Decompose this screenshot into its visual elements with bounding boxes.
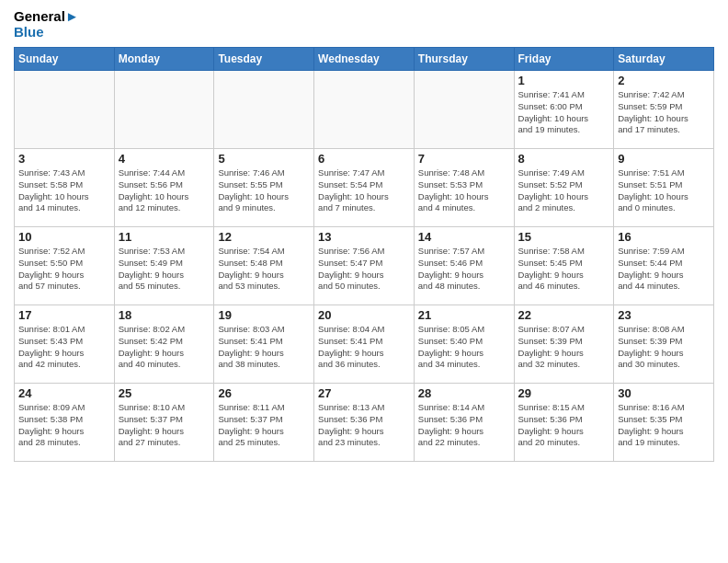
day-cell: 30Sunrise: 8:16 AM Sunset: 5:35 PM Dayli… — [614, 384, 714, 462]
day-cell: 26Sunrise: 8:11 AM Sunset: 5:37 PM Dayli… — [214, 384, 314, 462]
weekday-header-wednesday: Wednesday — [314, 48, 415, 71]
day-info: Sunrise: 7:52 AM Sunset: 5:50 PM Dayligh… — [18, 246, 110, 293]
day-number: 2 — [618, 74, 710, 87]
day-number: 25 — [119, 386, 210, 400]
day-cell: 8Sunrise: 7:49 AM Sunset: 5:52 PM Daylig… — [514, 149, 614, 227]
weekday-header-sunday: Sunday — [15, 48, 115, 71]
page: General► Blue SundayMondayTuesdayWednesd… — [0, 0, 728, 563]
day-cell: 11Sunrise: 7:53 AM Sunset: 5:49 PM Dayli… — [114, 227, 214, 305]
day-info: Sunrise: 8:05 AM Sunset: 5:40 PM Dayligh… — [418, 324, 510, 371]
day-info: Sunrise: 7:47 AM Sunset: 5:54 PM Dayligh… — [318, 167, 410, 214]
day-cell: 28Sunrise: 8:14 AM Sunset: 5:36 PM Dayli… — [414, 384, 514, 462]
day-number: 15 — [518, 230, 610, 244]
day-cell: 21Sunrise: 8:05 AM Sunset: 5:40 PM Dayli… — [414, 305, 514, 384]
day-cell: 9Sunrise: 7:51 AM Sunset: 5:51 PM Daylig… — [614, 149, 714, 227]
day-number: 28 — [418, 386, 510, 400]
day-cell: 20Sunrise: 8:04 AM Sunset: 5:41 PM Dayli… — [314, 305, 415, 384]
weekday-header-row: SundayMondayTuesdayWednesdayThursdayFrid… — [15, 48, 714, 71]
day-info: Sunrise: 8:03 AM Sunset: 5:41 PM Dayligh… — [218, 324, 310, 371]
day-cell: 24Sunrise: 8:09 AM Sunset: 5:38 PM Dayli… — [15, 384, 115, 462]
day-info: Sunrise: 7:53 AM Sunset: 5:49 PM Dayligh… — [119, 246, 210, 293]
day-number: 17 — [18, 308, 110, 322]
day-number: 14 — [418, 230, 510, 244]
week-row-2: 3Sunrise: 7:43 AM Sunset: 5:58 PM Daylig… — [15, 149, 714, 227]
day-info: Sunrise: 8:01 AM Sunset: 5:43 PM Dayligh… — [18, 324, 110, 371]
day-info: Sunrise: 7:54 AM Sunset: 5:48 PM Dayligh… — [218, 246, 310, 293]
weekday-header-thursday: Thursday — [414, 48, 514, 71]
day-cell: 14Sunrise: 7:57 AM Sunset: 5:46 PM Dayli… — [414, 227, 514, 305]
calendar-table: SundayMondayTuesdayWednesdayThursdayFrid… — [14, 47, 714, 462]
day-number: 22 — [518, 308, 610, 322]
day-cell: 15Sunrise: 7:58 AM Sunset: 5:45 PM Dayli… — [514, 227, 614, 305]
day-cell: 6Sunrise: 7:47 AM Sunset: 5:54 PM Daylig… — [314, 149, 415, 227]
day-number: 30 — [618, 386, 710, 400]
day-cell: 17Sunrise: 8:01 AM Sunset: 5:43 PM Dayli… — [15, 305, 115, 384]
day-cell: 4Sunrise: 7:44 AM Sunset: 5:56 PM Daylig… — [114, 149, 214, 227]
day-number: 26 — [218, 386, 310, 400]
day-number: 10 — [18, 230, 110, 244]
day-cell: 7Sunrise: 7:48 AM Sunset: 5:53 PM Daylig… — [414, 149, 514, 227]
day-cell — [214, 71, 314, 149]
day-number: 6 — [318, 152, 410, 166]
day-cell — [114, 71, 214, 149]
day-number: 7 — [418, 152, 510, 166]
week-row-3: 10Sunrise: 7:52 AM Sunset: 5:50 PM Dayli… — [15, 227, 714, 305]
week-row-4: 17Sunrise: 8:01 AM Sunset: 5:43 PM Dayli… — [15, 305, 714, 384]
logo-text: General► Blue — [14, 9, 79, 40]
day-info: Sunrise: 7:59 AM Sunset: 5:44 PM Dayligh… — [618, 246, 710, 293]
day-cell: 5Sunrise: 7:46 AM Sunset: 5:55 PM Daylig… — [214, 149, 314, 227]
week-row-1: 1Sunrise: 7:41 AM Sunset: 6:00 PM Daylig… — [15, 71, 714, 149]
day-info: Sunrise: 8:07 AM Sunset: 5:39 PM Dayligh… — [518, 324, 610, 371]
day-cell: 23Sunrise: 8:08 AM Sunset: 5:39 PM Dayli… — [614, 305, 714, 384]
day-number: 3 — [18, 152, 110, 166]
day-info: Sunrise: 7:41 AM Sunset: 6:00 PM Dayligh… — [518, 89, 610, 136]
day-number: 20 — [318, 308, 410, 322]
day-info: Sunrise: 8:02 AM Sunset: 5:42 PM Dayligh… — [119, 324, 210, 371]
day-info: Sunrise: 7:42 AM Sunset: 5:59 PM Dayligh… — [618, 89, 710, 136]
day-info: Sunrise: 7:49 AM Sunset: 5:52 PM Dayligh… — [518, 167, 610, 214]
day-info: Sunrise: 7:44 AM Sunset: 5:56 PM Dayligh… — [119, 167, 210, 214]
day-info: Sunrise: 8:09 AM Sunset: 5:38 PM Dayligh… — [18, 402, 110, 449]
day-info: Sunrise: 7:57 AM Sunset: 5:46 PM Dayligh… — [418, 246, 510, 293]
day-cell: 13Sunrise: 7:56 AM Sunset: 5:47 PM Dayli… — [314, 227, 415, 305]
day-cell: 29Sunrise: 8:15 AM Sunset: 5:36 PM Dayli… — [514, 384, 614, 462]
day-number: 9 — [618, 152, 710, 166]
day-number: 8 — [518, 152, 610, 166]
day-number: 11 — [119, 230, 210, 244]
day-info: Sunrise: 8:16 AM Sunset: 5:35 PM Dayligh… — [618, 402, 710, 449]
day-cell: 12Sunrise: 7:54 AM Sunset: 5:48 PM Dayli… — [214, 227, 314, 305]
day-number: 24 — [18, 386, 110, 400]
day-info: Sunrise: 8:13 AM Sunset: 5:36 PM Dayligh… — [318, 402, 410, 449]
day-info: Sunrise: 8:04 AM Sunset: 5:41 PM Dayligh… — [318, 324, 410, 371]
day-number: 16 — [618, 230, 710, 244]
weekday-header-saturday: Saturday — [614, 48, 714, 71]
day-cell: 22Sunrise: 8:07 AM Sunset: 5:39 PM Dayli… — [514, 305, 614, 384]
day-info: Sunrise: 7:48 AM Sunset: 5:53 PM Dayligh… — [418, 167, 510, 214]
day-number: 19 — [218, 308, 310, 322]
weekday-header-friday: Friday — [514, 48, 614, 71]
weekday-header-monday: Monday — [114, 48, 214, 71]
day-info: Sunrise: 8:15 AM Sunset: 5:36 PM Dayligh… — [518, 402, 610, 449]
day-info: Sunrise: 8:14 AM Sunset: 5:36 PM Dayligh… — [418, 402, 510, 449]
day-cell: 16Sunrise: 7:59 AM Sunset: 5:44 PM Dayli… — [614, 227, 714, 305]
day-cell: 25Sunrise: 8:10 AM Sunset: 5:37 PM Dayli… — [114, 384, 214, 462]
day-number: 4 — [119, 152, 210, 166]
day-info: Sunrise: 8:10 AM Sunset: 5:37 PM Dayligh… — [119, 402, 210, 449]
day-number: 12 — [218, 230, 310, 244]
day-cell: 19Sunrise: 8:03 AM Sunset: 5:41 PM Dayli… — [214, 305, 314, 384]
header: General► Blue — [14, 9, 714, 40]
day-cell: 3Sunrise: 7:43 AM Sunset: 5:58 PM Daylig… — [15, 149, 115, 227]
weekday-header-tuesday: Tuesday — [214, 48, 314, 71]
day-info: Sunrise: 7:51 AM Sunset: 5:51 PM Dayligh… — [618, 167, 710, 214]
day-info: Sunrise: 7:43 AM Sunset: 5:58 PM Dayligh… — [18, 167, 110, 214]
day-info: Sunrise: 8:11 AM Sunset: 5:37 PM Dayligh… — [218, 402, 310, 449]
day-cell — [15, 71, 115, 149]
day-cell: 18Sunrise: 8:02 AM Sunset: 5:42 PM Dayli… — [114, 305, 214, 384]
day-cell: 1Sunrise: 7:41 AM Sunset: 6:00 PM Daylig… — [514, 71, 614, 149]
day-info: Sunrise: 8:08 AM Sunset: 5:39 PM Dayligh… — [618, 324, 710, 371]
day-number: 18 — [119, 308, 210, 322]
day-number: 13 — [318, 230, 410, 244]
day-number: 21 — [418, 308, 510, 322]
week-row-5: 24Sunrise: 8:09 AM Sunset: 5:38 PM Dayli… — [15, 384, 714, 462]
day-cell: 27Sunrise: 8:13 AM Sunset: 5:36 PM Dayli… — [314, 384, 415, 462]
